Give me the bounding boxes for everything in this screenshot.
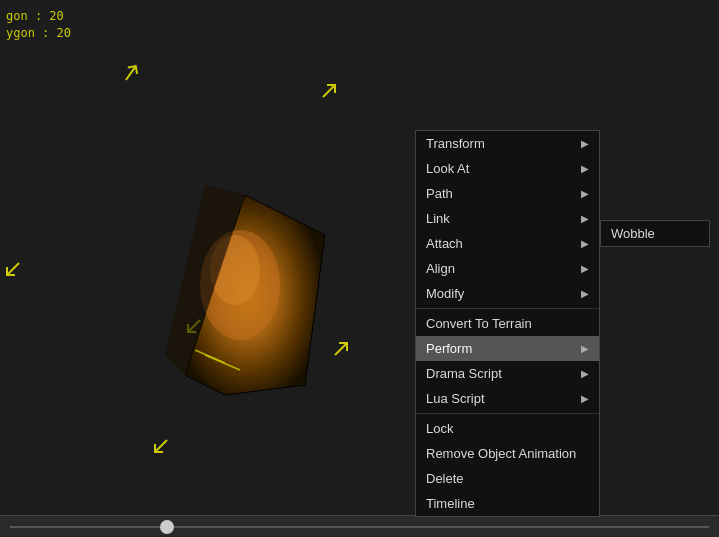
submenu-arrow-icon: ▶ — [581, 288, 589, 299]
submenu-arrow-icon: ▶ — [581, 238, 589, 249]
menu-item-remove-object-animation[interactable]: Remove Object Animation — [416, 441, 599, 466]
submenu-arrow-icon: ▶ — [581, 213, 589, 224]
menu-separator — [416, 413, 599, 414]
timeline-handle[interactable] — [160, 520, 174, 534]
menu-item-label: Timeline — [426, 496, 475, 511]
3d-object — [145, 155, 345, 375]
menu-item-link[interactable]: Link▶ — [416, 206, 599, 231]
marker-2 — [318, 80, 340, 104]
menu-item-label: Delete — [426, 471, 464, 486]
menu-item-perform[interactable]: Perform▶ — [416, 336, 599, 361]
menu-item-convert-to-terrain[interactable]: Convert To Terrain — [416, 311, 599, 336]
menu-separator — [416, 308, 599, 309]
timeline-track[interactable] — [10, 526, 709, 528]
submenu-arrow-icon: ▶ — [581, 393, 589, 404]
menu-item-drama-script[interactable]: Drama Script▶ — [416, 361, 599, 386]
stat-line2: ygon : 20 — [6, 25, 71, 42]
menu-item-label: Attach — [426, 236, 463, 251]
submenu-arrow-icon: ▶ — [581, 263, 589, 274]
menu-item-label: Lua Script — [426, 391, 485, 406]
submenu-perform: Wobble — [600, 220, 710, 247]
submenu-arrow-icon: ▶ — [581, 163, 589, 174]
submenu-item-wobble[interactable]: Wobble — [601, 221, 709, 246]
menu-item-label: Lock — [426, 421, 453, 436]
menu-item-label: Convert To Terrain — [426, 316, 532, 331]
menu-item-look-at[interactable]: Look At▶ — [416, 156, 599, 181]
submenu-arrow-icon: ▶ — [581, 343, 589, 354]
marker-3 — [2, 258, 24, 282]
menu-item-timeline[interactable]: Timeline — [416, 491, 599, 516]
menu-item-delete[interactable]: Delete — [416, 466, 599, 491]
submenu-arrow-icon: ▶ — [581, 188, 589, 199]
submenu-arrow-icon: ▶ — [581, 368, 589, 379]
menu-item-lua-script[interactable]: Lua Script▶ — [416, 386, 599, 411]
menu-item-modify[interactable]: Modify▶ — [416, 281, 599, 306]
timeline-bar[interactable] — [0, 515, 719, 537]
marker-1 — [118, 60, 144, 87]
menu-item-label: Link — [426, 211, 450, 226]
menu-item-label: Look At — [426, 161, 469, 176]
menu-item-lock[interactable]: Lock — [416, 416, 599, 441]
menu-item-label: Modify — [426, 286, 464, 301]
menu-item-transform[interactable]: Transform▶ — [416, 131, 599, 156]
menu-item-label: Transform — [426, 136, 485, 151]
marker-5 — [150, 435, 172, 459]
submenu-item-label: Wobble — [611, 226, 655, 241]
stats-display: gon : 20 ygon : 20 — [6, 8, 71, 42]
menu-item-path[interactable]: Path▶ — [416, 181, 599, 206]
menu-item-attach[interactable]: Attach▶ — [416, 231, 599, 256]
stat-line1: gon : 20 — [6, 8, 71, 25]
menu-item-label: Align — [426, 261, 455, 276]
submenu-arrow-icon: ▶ — [581, 138, 589, 149]
context-menu: Transform▶Look At▶Path▶Link▶Attach▶Align… — [415, 130, 600, 517]
menu-item-label: Drama Script — [426, 366, 502, 381]
viewport: gon : 20 ygon : 20 — [0, 0, 719, 537]
menu-item-label: Path — [426, 186, 453, 201]
menu-item-label: Remove Object Animation — [426, 446, 576, 461]
menu-item-align[interactable]: Align▶ — [416, 256, 599, 281]
menu-item-label: Perform — [426, 341, 472, 356]
